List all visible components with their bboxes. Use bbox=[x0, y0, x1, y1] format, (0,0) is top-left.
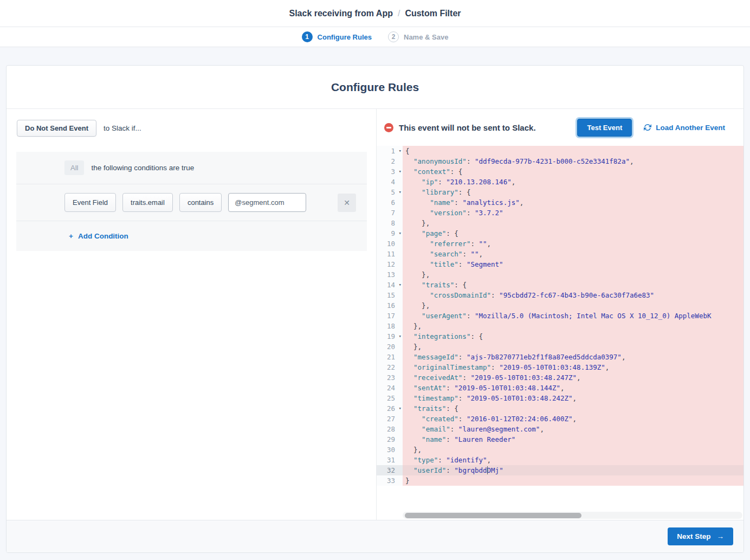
gutter-line-number: 9▾ bbox=[377, 228, 403, 239]
gutter-line-number: 2 bbox=[377, 156, 403, 166]
gutter-line-number: 3▾ bbox=[377, 166, 403, 177]
code-line: 6 "name": "analytics.js", bbox=[377, 197, 743, 208]
code-line-text[interactable]: "traits": { bbox=[403, 280, 743, 290]
fold-toggle-icon[interactable]: ▾ bbox=[399, 331, 402, 342]
fold-toggle-icon[interactable]: ▾ bbox=[399, 166, 402, 177]
test-event-button[interactable]: Test Event bbox=[577, 119, 632, 137]
step-configure-rules[interactable]: 1 Configure Rules bbox=[302, 31, 372, 42]
group-operator-chip[interactable]: All bbox=[64, 160, 84, 175]
code-line-text[interactable]: }, bbox=[403, 321, 743, 331]
condition-type-button[interactable]: Event Field bbox=[64, 193, 116, 212]
gutter-line-number: 21 bbox=[377, 352, 403, 362]
gutter-line-number: 23 bbox=[377, 372, 403, 383]
gutter-line-number: 27 bbox=[377, 414, 403, 424]
code-line-text[interactable]: "created": "2016-01-12T02:24:06.400Z", bbox=[403, 414, 743, 424]
add-condition-button[interactable]: + Add Condition bbox=[69, 232, 128, 240]
code-line-text[interactable]: "ip": "210.13.208.146", bbox=[403, 177, 743, 187]
code-line-text[interactable]: "sentAt": "2019-05-10T01:03:48.144Z", bbox=[403, 383, 743, 393]
next-step-button[interactable]: Next Step → bbox=[668, 527, 733, 545]
code-line: 3▾ "context": { bbox=[377, 166, 743, 177]
code-line: 28 "email": "lauren@segment.com", bbox=[377, 424, 743, 434]
fold-toggle-icon[interactable]: ▾ bbox=[399, 280, 402, 290]
fold-toggle-icon[interactable]: ▾ bbox=[399, 228, 402, 239]
event-json-editor[interactable]: 1▾{2 "anonymousId": "ddf9ecda-977b-4231-… bbox=[377, 146, 743, 520]
code-line-text[interactable]: "traits": { bbox=[403, 403, 743, 414]
code-line-text[interactable]: "name": "analytics.js", bbox=[403, 197, 743, 208]
code-line: 26▾ "traits": { bbox=[377, 403, 743, 414]
breadcrumb-primary[interactable]: Slack receiving from App bbox=[289, 9, 392, 18]
code-line: 15 "crossDomainId": "95cbdd72-fc67-4b43-… bbox=[377, 290, 743, 300]
code-line-text[interactable]: }, bbox=[403, 342, 743, 352]
plus-icon: + bbox=[69, 232, 73, 240]
code-line-text[interactable]: "version": "3.7.2" bbox=[403, 208, 743, 218]
step-2-number: 2 bbox=[388, 31, 399, 42]
code-line-text[interactable]: "userId": "bgrqbddDMj" bbox=[403, 465, 743, 475]
code-line-text[interactable]: "type": "identify", bbox=[403, 455, 743, 465]
gutter-line-number: 6 bbox=[377, 197, 403, 208]
code-line-text[interactable]: "library": { bbox=[403, 187, 743, 197]
code-line-text[interactable]: "context": { bbox=[403, 166, 743, 177]
refresh-icon bbox=[644, 124, 651, 131]
step-1-number: 1 bbox=[302, 31, 313, 42]
code-line-text[interactable]: "crossDomainId": "95cbdd72-fc67-4b43-b90… bbox=[403, 290, 743, 300]
step-name-and-save[interactable]: 2 Name & Save bbox=[388, 31, 448, 42]
code-line: 4 "ip": "210.13.208.146", bbox=[377, 177, 743, 187]
gutter-line-number: 7 bbox=[377, 208, 403, 218]
code-line-text[interactable]: "title": "Segment" bbox=[403, 259, 743, 269]
code-line-text[interactable]: }, bbox=[403, 445, 743, 455]
condition-value-input[interactable] bbox=[228, 193, 306, 212]
code-line: 16 }, bbox=[377, 300, 743, 311]
gutter-line-number: 12 bbox=[377, 259, 403, 269]
remove-condition-button[interactable]: ✕ bbox=[338, 194, 356, 212]
action-type-button[interactable]: Do Not Send Event bbox=[17, 120, 96, 137]
condition-operator-button[interactable]: contains bbox=[179, 193, 222, 212]
gutter-line-number: 8 bbox=[377, 218, 403, 228]
code-line-text[interactable]: } bbox=[403, 475, 743, 486]
close-icon: ✕ bbox=[344, 198, 350, 207]
code-line: 19▾ "integrations": { bbox=[377, 331, 743, 342]
rule-builder-panel: Do Not Send Event to Slack if... All the… bbox=[7, 109, 377, 520]
code-line-text[interactable]: "search": "", bbox=[403, 249, 743, 259]
conditions-group: All the following conditions are true Ev… bbox=[16, 152, 367, 251]
horizontal-scrollbar[interactable] bbox=[403, 512, 742, 519]
minus-circle-icon bbox=[384, 123, 393, 132]
code-line: 10 "referrer": "", bbox=[377, 239, 743, 249]
configure-rules-card: Configure Rules Do Not Send Event to Sla… bbox=[6, 65, 744, 553]
gutter-line-number: 32 bbox=[377, 465, 403, 475]
code-line-text[interactable]: "referrer": "", bbox=[403, 239, 743, 249]
code-line: 29 "name": "Lauren Reeder" bbox=[377, 434, 743, 445]
code-line-text[interactable]: "page": { bbox=[403, 228, 743, 239]
gutter-line-number: 1▾ bbox=[377, 146, 403, 156]
code-line-text[interactable]: "userAgent": "Mozilla/5.0 (Macintosh; In… bbox=[403, 311, 743, 321]
code-line: 32 "userId": "bgrqbddDMj" bbox=[377, 465, 743, 475]
code-line: 13 }, bbox=[377, 269, 743, 280]
code-line-text[interactable]: }, bbox=[403, 218, 743, 228]
gutter-line-number: 26▾ bbox=[377, 403, 403, 414]
code-line-text[interactable]: "receivedAt": "2019-05-10T01:03:48.247Z"… bbox=[403, 372, 743, 383]
gutter-line-number: 31 bbox=[377, 455, 403, 465]
code-line-text[interactable]: "originalTimestamp": "2019-05-10T01:03:4… bbox=[403, 362, 743, 372]
fold-toggle-icon[interactable]: ▾ bbox=[399, 403, 402, 414]
load-another-event-label: Load Another Event bbox=[656, 124, 725, 132]
code-line-text[interactable]: "integrations": { bbox=[403, 331, 743, 342]
gutter-line-number: 11 bbox=[377, 249, 403, 259]
code-line-text[interactable]: "email": "lauren@segment.com", bbox=[403, 424, 743, 434]
load-another-event-link[interactable]: Load Another Event bbox=[644, 124, 725, 132]
code-line-text[interactable]: "anonymousId": "ddf9ecda-977b-4231-b000-… bbox=[403, 156, 743, 166]
condition-field-button[interactable]: traits.email bbox=[122, 193, 173, 212]
fold-toggle-icon[interactable]: ▾ bbox=[399, 187, 402, 197]
code-line: 23 "receivedAt": "2019-05-10T01:03:48.24… bbox=[377, 372, 743, 383]
code-line: 20 }, bbox=[377, 342, 743, 352]
code-line: 17 "userAgent": "Mozilla/5.0 (Macintosh;… bbox=[377, 311, 743, 321]
code-line-text[interactable]: { bbox=[403, 146, 743, 156]
scrollbar-thumb[interactable] bbox=[405, 513, 581, 518]
code-line-text[interactable]: }, bbox=[403, 300, 743, 311]
code-line: 25 "timestamp": "2019-05-10T01:03:48.242… bbox=[377, 393, 743, 403]
code-line: 27 "created": "2016-01-12T02:24:06.400Z"… bbox=[377, 414, 743, 424]
code-line-text[interactable]: "name": "Lauren Reeder" bbox=[403, 434, 743, 445]
gutter-line-number: 25 bbox=[377, 393, 403, 403]
fold-toggle-icon[interactable]: ▾ bbox=[399, 146, 402, 156]
code-line-text[interactable]: "timestamp": "2019-05-10T01:03:48.242Z", bbox=[403, 393, 743, 403]
code-line-text[interactable]: "messageId": "ajs-7b8270771eb2f1f8a87eed… bbox=[403, 352, 743, 362]
code-line-text[interactable]: }, bbox=[403, 269, 743, 280]
